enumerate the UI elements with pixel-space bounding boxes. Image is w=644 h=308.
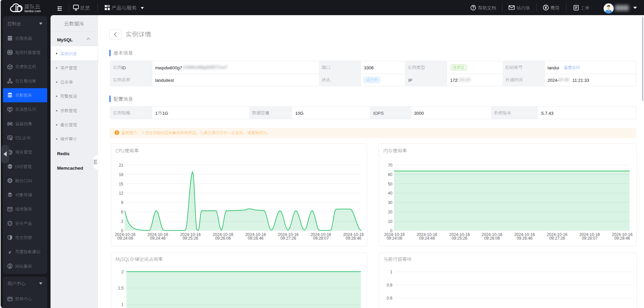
svg-text:e: e	[9, 249, 11, 254]
svg-text:DNS: DNS	[8, 166, 12, 168]
